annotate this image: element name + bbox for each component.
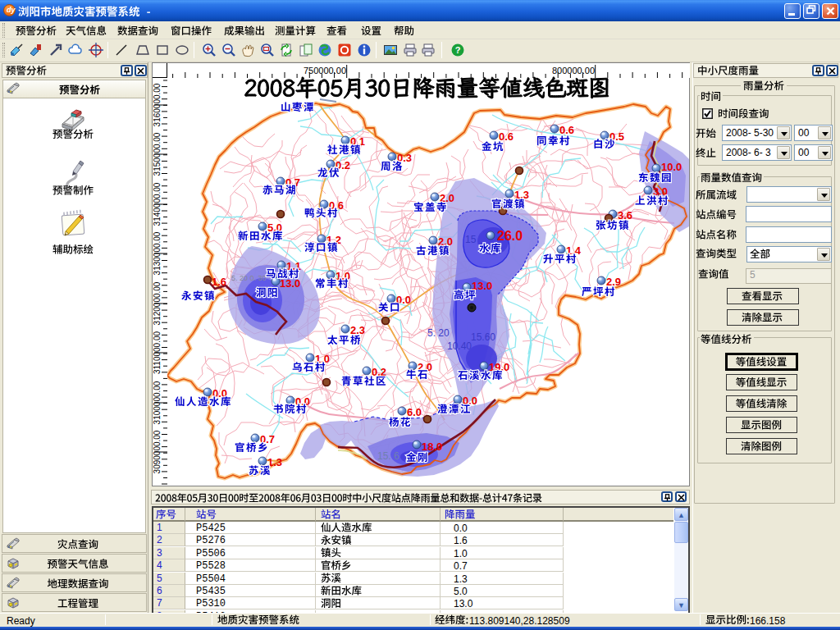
- svg-text:3120000.00: 3120000.00: [153, 281, 162, 325]
- svg-text:0.6: 0.6: [499, 130, 514, 143]
- svg-text:1.3: 1.3: [514, 189, 529, 201]
- svg-text:13.0: 13.0: [472, 280, 492, 292]
- svg-text:3140000.00: 3140000.00: [153, 182, 162, 226]
- svg-text:3150000.00: 3150000.00: [153, 132, 162, 176]
- svg-text:3160000.00: 3160000.00: [153, 83, 162, 126]
- svg-text:0.7: 0.7: [285, 176, 300, 189]
- svg-text:5. 20 0. 30: 5. 20 0. 30: [231, 274, 267, 282]
- svg-text:15. 6: 15. 6: [377, 450, 399, 462]
- svg-text:800000.00: 800000.00: [552, 66, 595, 75]
- svg-text:10.0: 10.0: [661, 161, 682, 173]
- svg-text:1.4: 1.4: [566, 244, 582, 257]
- svg-text:19.0: 19.0: [489, 361, 509, 373]
- svg-text:0.3: 0.3: [397, 152, 412, 164]
- svg-text:18.0: 18.0: [422, 441, 442, 453]
- svg-text:1.0: 1.0: [336, 270, 350, 282]
- svg-text:750000.00: 750000.00: [304, 66, 346, 75]
- svg-text:0.7: 0.7: [260, 433, 275, 445]
- svg-text:13.0: 13.0: [280, 277, 300, 290]
- svg-text:3.6: 3.6: [618, 209, 632, 221]
- svg-text:1.3: 1.3: [267, 456, 282, 468]
- svg-text:3130000.00: 3130000.00: [153, 231, 162, 275]
- svg-text:26.0: 26.0: [497, 229, 523, 243]
- svg-text:0.0: 0.0: [396, 294, 411, 306]
- svg-text:1.0: 1.0: [315, 353, 330, 365]
- svg-text:0.1: 0.1: [350, 135, 365, 148]
- svg-text:0.6: 0.6: [559, 124, 574, 136]
- svg-text:5.0: 5.0: [267, 221, 282, 234]
- svg-text:2.0: 2.0: [438, 235, 453, 248]
- svg-text:0.2: 0.2: [372, 366, 386, 378]
- svg-text:2.0: 2.0: [418, 361, 432, 373]
- svg-text:0.0: 0.0: [295, 395, 310, 408]
- svg-text:0.5: 0.5: [609, 130, 624, 143]
- svg-text:15: 15: [465, 234, 477, 245]
- svg-text:3100000.00: 3100000.00: [153, 381, 162, 424]
- svg-text:1.2: 1.2: [326, 234, 341, 246]
- svg-text:1.6: 1.6: [212, 276, 226, 288]
- svg-text:3110000.00: 3110000.00: [153, 331, 162, 375]
- svg-text:0.0: 0.0: [463, 395, 477, 407]
- svg-text:6.0: 6.0: [407, 406, 422, 418]
- svg-text:2.9: 2.9: [606, 276, 621, 288]
- svg-text:5. 20: 5. 20: [427, 327, 450, 339]
- svg-text:0.6: 0.6: [329, 199, 344, 212]
- svg-text:2.0: 2.0: [440, 192, 454, 204]
- svg-text:0.0: 0.0: [212, 387, 227, 399]
- svg-text:2.3: 2.3: [350, 324, 365, 336]
- svg-text:?: ?: [455, 45, 461, 55]
- svg-text:0.2: 0.2: [336, 159, 350, 171]
- svg-text:15.60: 15.60: [471, 331, 495, 343]
- svg-text:3.0: 3.0: [653, 185, 668, 198]
- svg-text:1.1: 1.1: [286, 260, 301, 272]
- svg-text:3090000.00: 3090000.00: [153, 430, 162, 473]
- svg-text:10.40: 10.40: [447, 340, 472, 352]
